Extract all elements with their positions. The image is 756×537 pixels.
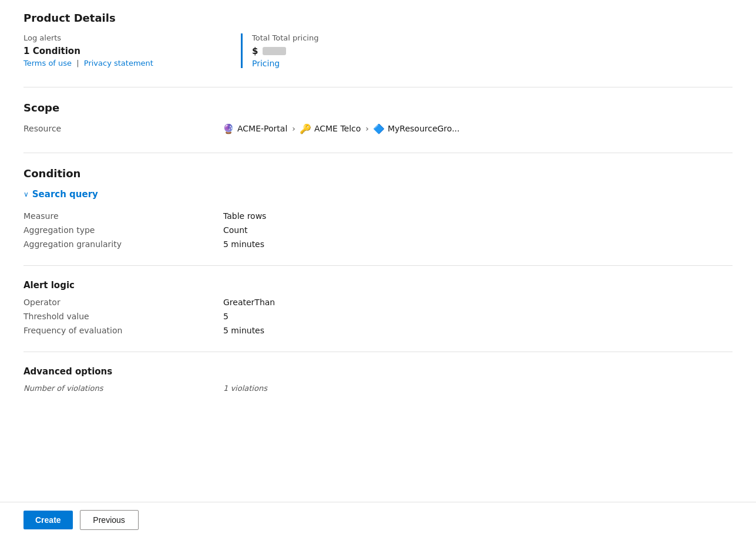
measure-label: Measure (23, 211, 223, 221)
violations-label: Number of violations (23, 384, 223, 393)
terms-of-use-link[interactable]: Terms of use (23, 59, 72, 67)
measure-value: Table rows (223, 211, 733, 221)
acme-telco-icon: 🔑 (300, 123, 311, 134)
resource-item-2: 🔷 MyResourceGro... (374, 123, 460, 134)
resource-chain: 🔮 ACME-Portal › 🔑 ACME Telco › 🔷 MyResou… (223, 123, 460, 134)
resource-group-name: MyResourceGro... (388, 124, 460, 133)
scope-section: Scope Resource 🔮 ACME-Portal › 🔑 ACME Te… (23, 102, 733, 134)
aggregation-type-label: Aggregation type (23, 225, 223, 235)
pricing-amount: $ (252, 46, 733, 56)
divider-1 (23, 87, 733, 87)
dollar-sign: $ (252, 46, 258, 56)
operator-row: Operator GreaterThan (23, 298, 733, 307)
product-links: Terms of use | Privacy statement (23, 59, 241, 67)
frequency-label: Frequency of evaluation (23, 326, 223, 335)
product-left: Log alerts 1 Condition Terms of use | Pr… (23, 33, 241, 68)
violations-value: 1 violations (223, 384, 733, 393)
aggregation-granularity-label: Aggregation granularity (23, 239, 223, 249)
product-right: Total Total pricing $ Pricing (241, 33, 733, 68)
resource-row: Resource 🔮 ACME-Portal › 🔑 ACME Telco › … (23, 123, 733, 134)
acme-telco-name: ACME Telco (314, 124, 361, 133)
acme-portal-icon: 🔮 (223, 123, 234, 134)
pricing-value-blurred (263, 47, 286, 55)
chevron-icon-2: › (365, 124, 369, 133)
operator-label: Operator (23, 298, 223, 307)
aggregation-type-value: Count (223, 225, 733, 235)
advanced-options-title: Advanced options (23, 366, 733, 377)
divider-2 (23, 153, 733, 153)
create-button[interactable]: Create (23, 511, 73, 529)
condition-section: Condition ∨ Search query Measure Table r… (23, 167, 733, 249)
resource-value: 🔮 ACME-Portal › 🔑 ACME Telco › 🔷 MyResou… (223, 123, 733, 134)
operator-value: GreaterThan (223, 298, 733, 307)
condition-count: 1 Condition (23, 46, 241, 56)
bottom-bar: Create Previous (0, 502, 756, 537)
advanced-options-section: Advanced options Number of violations 1 … (23, 366, 733, 393)
divider-3 (23, 265, 733, 266)
product-details-title: Product Details (23, 12, 733, 24)
threshold-row: Threshold value 5 (23, 312, 733, 321)
main-content: Product Details Log alerts 1 Condition T… (0, 0, 756, 456)
frequency-row: Frequency of evaluation 5 minutes (23, 326, 733, 335)
resource-label: Resource (23, 124, 223, 133)
resource-item-0: 🔮 ACME-Portal (223, 123, 287, 134)
threshold-value: 5 (223, 312, 733, 321)
chevron-down-icon: ∨ (23, 190, 29, 198)
link-separator: | (76, 59, 79, 67)
aggregation-type-row: Aggregation type Count (23, 225, 733, 235)
alert-logic-section: Alert logic Operator GreaterThan Thresho… (23, 280, 733, 335)
alert-logic-title: Alert logic (23, 280, 733, 291)
acme-portal-name: ACME-Portal (237, 124, 287, 133)
aggregation-granularity-value: 5 minutes (223, 239, 733, 249)
pricing-link[interactable]: Pricing (252, 59, 280, 68)
resource-item-1: 🔑 ACME Telco (300, 123, 361, 134)
total-pricing-label: Total Total pricing (252, 33, 733, 42)
threshold-label: Threshold value (23, 312, 223, 321)
scope-title: Scope (23, 102, 733, 114)
violations-row: Number of violations 1 violations (23, 384, 733, 393)
condition-title: Condition (23, 167, 733, 180)
aggregation-granularity-row: Aggregation granularity 5 minutes (23, 239, 733, 249)
frequency-value: 5 minutes (223, 326, 733, 335)
previous-button[interactable]: Previous (80, 510, 139, 530)
condition-fields: Measure Table rows Aggregation type Coun… (23, 211, 733, 249)
measure-row: Measure Table rows (23, 211, 733, 221)
search-query-label: Search query (32, 189, 98, 200)
divider-4 (23, 352, 733, 352)
resource-group-icon: 🔷 (374, 123, 384, 134)
product-details-section: Product Details Log alerts 1 Condition T… (23, 12, 733, 68)
search-query-toggle[interactable]: ∨ Search query (23, 189, 733, 200)
chevron-icon-1: › (292, 124, 295, 133)
log-alerts-label: Log alerts (23, 33, 241, 42)
privacy-statement-link[interactable]: Privacy statement (84, 59, 153, 67)
product-details-grid: Log alerts 1 Condition Terms of use | Pr… (23, 33, 733, 68)
pricing-link-container: Pricing (252, 59, 733, 68)
